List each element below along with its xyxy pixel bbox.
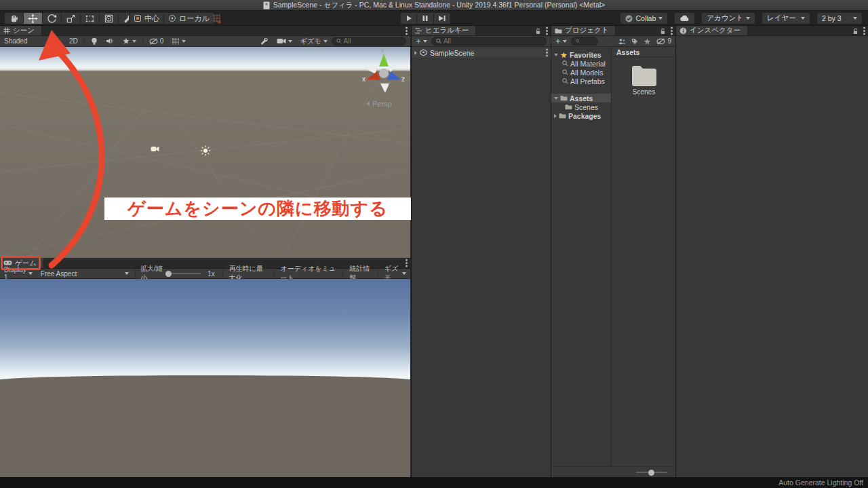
layers-button[interactable]: レイヤー bbox=[762, 12, 810, 24]
layout-label: 2 by 3 bbox=[822, 14, 842, 22]
grid-snap-icon[interactable] bbox=[212, 14, 222, 24]
step-icon bbox=[438, 15, 446, 22]
game-gizmos-dropdown[interactable]: ギズモ bbox=[380, 268, 410, 279]
hierarchy-search-input[interactable] bbox=[443, 37, 542, 45]
scene-camera-dropdown[interactable] bbox=[273, 36, 296, 47]
scale-tool-button[interactable] bbox=[62, 12, 81, 24]
move-tool-button[interactable] bbox=[24, 12, 43, 24]
hierarchy-search[interactable] bbox=[431, 37, 547, 45]
project-visibility-toggle[interactable]: 9 bbox=[654, 36, 675, 47]
favorites-filter-button[interactable] bbox=[641, 36, 654, 47]
scene-panel: シーン Shaded 2D 0 bbox=[0, 26, 410, 258]
foldout-icon[interactable] bbox=[554, 114, 557, 118]
scene-row-menu-icon[interactable] bbox=[546, 52, 548, 54]
camera-gizmo-icon[interactable] bbox=[151, 145, 160, 152]
step-button[interactable] bbox=[434, 12, 451, 24]
light-gizmo-icon[interactable] bbox=[200, 145, 211, 156]
tab-project[interactable]: プロジェクト bbox=[551, 26, 616, 35]
mute-audio-toggle[interactable]: オーディオをミュート bbox=[277, 268, 341, 279]
lock-icon[interactable] bbox=[660, 28, 666, 35]
scene-viewport[interactable]: ​ y x z Persp bbox=[0, 47, 410, 258]
account-button[interactable]: アカウント bbox=[701, 12, 755, 24]
grid-line bbox=[6, 93, 157, 258]
inspector-menu-icon[interactable] bbox=[863, 30, 865, 32]
layout-button[interactable]: 2 by 3 bbox=[816, 12, 863, 24]
tree-item-packages[interactable]: Packages bbox=[551, 111, 611, 120]
projection-label[interactable]: Persp bbox=[372, 100, 392, 108]
collab-label: Collab bbox=[635, 14, 656, 22]
tree-item-favorites[interactable]: Favorites bbox=[551, 50, 611, 59]
scale-slider-knob[interactable] bbox=[165, 271, 172, 277]
type-filter-icon bbox=[618, 38, 626, 45]
stats-toggle[interactable]: 統計情報 bbox=[345, 268, 376, 279]
project-tabbar: プロジェクト bbox=[551, 26, 675, 36]
game-menu-icon[interactable] bbox=[406, 262, 408, 264]
scene-search[interactable] bbox=[332, 37, 406, 45]
scale-slider[interactable] bbox=[167, 273, 201, 274]
axis-gizmo-icon: ​ bbox=[358, 48, 410, 100]
search-by-label-button[interactable] bbox=[629, 36, 641, 47]
maximize-on-play-toggle[interactable]: 再生時に最大化 bbox=[225, 268, 272, 279]
scene-visibility-toggle[interactable]: 0 bbox=[145, 36, 168, 47]
pivot-mode-button[interactable]: 中心 bbox=[129, 12, 164, 24]
foldout-icon[interactable] bbox=[414, 51, 417, 55]
effects-dropdown[interactable] bbox=[118, 36, 140, 47]
shading-dropdown[interactable]: Shaded bbox=[0, 36, 65, 47]
project-search[interactable] bbox=[571, 37, 598, 45]
project-menu-icon[interactable] bbox=[671, 30, 673, 32]
lock-icon[interactable] bbox=[535, 28, 541, 35]
collab-button[interactable]: Collab bbox=[620, 12, 668, 24]
zoom-slider-knob[interactable] bbox=[648, 470, 654, 476]
scene-gizmos-dropdown[interactable]: ギズモ bbox=[296, 36, 332, 47]
snap-group bbox=[212, 12, 222, 24]
grid-line bbox=[155, 88, 292, 258]
axis-y-label[interactable]: y bbox=[381, 47, 384, 53]
game-viewport[interactable] bbox=[0, 279, 410, 477]
pause-button[interactable] bbox=[417, 12, 434, 24]
rect-tool-button[interactable] bbox=[81, 12, 100, 24]
foldout-icon[interactable] bbox=[554, 54, 558, 56]
scene-search-input[interactable] bbox=[344, 37, 402, 45]
project-create-button[interactable]: + bbox=[551, 36, 571, 47]
play-button[interactable] bbox=[400, 12, 417, 24]
lock-icon[interactable] bbox=[852, 28, 859, 35]
tab-hierarchy[interactable]: ヒエラルキー bbox=[412, 26, 476, 35]
orientation-gizmo[interactable]: ​ y x z Persp bbox=[358, 48, 410, 116]
audio-toggle[interactable] bbox=[102, 36, 118, 47]
tree-item-all-material[interactable]: All Material bbox=[551, 59, 611, 68]
tree-item-scenes[interactable]: Scenes bbox=[551, 102, 611, 111]
separator bbox=[84, 37, 85, 45]
transform-icon bbox=[104, 14, 114, 24]
scene-tools-toggle[interactable] bbox=[256, 36, 273, 47]
grid-visibility-dropdown[interactable] bbox=[167, 36, 190, 47]
tab-inspector[interactable]: インスペクター bbox=[676, 26, 748, 35]
project-breadcrumb[interactable]: Assets bbox=[612, 48, 675, 57]
axis-x-label[interactable]: x bbox=[362, 75, 366, 83]
tree-item-all-prefabs[interactable]: All Prefabs bbox=[551, 77, 611, 86]
tree-item-all-models[interactable]: All Models bbox=[551, 68, 611, 77]
grid-item-scenes[interactable]: Scenes bbox=[612, 64, 675, 96]
lighting-status[interactable]: Auto Generate Lighting Off bbox=[778, 478, 863, 487]
project-search-input[interactable] bbox=[582, 37, 593, 45]
star-icon bbox=[644, 38, 651, 45]
search-icon bbox=[562, 60, 568, 67]
rotate-tool-button[interactable] bbox=[43, 12, 62, 24]
scene-menu-icon[interactable] bbox=[406, 30, 408, 32]
axis-z-label[interactable]: z bbox=[401, 75, 405, 83]
cloud-button[interactable] bbox=[674, 12, 695, 24]
tab-scene[interactable]: シーン bbox=[0, 26, 42, 35]
search-by-type-button[interactable] bbox=[616, 36, 629, 47]
lighting-toggle[interactable] bbox=[87, 36, 102, 47]
hand-tool-button[interactable] bbox=[4, 12, 24, 24]
transform-tool-button[interactable] bbox=[100, 12, 119, 24]
tree-item-assets[interactable]: Assets bbox=[551, 94, 611, 102]
hierarchy-create-button[interactable]: + bbox=[412, 36, 431, 47]
2d-toggle[interactable]: 2D bbox=[65, 36, 82, 47]
hierarchy-scene-row[interactable]: SampleScene bbox=[412, 48, 551, 58]
foldout-icon[interactable] bbox=[554, 97, 558, 100]
space-mode-button[interactable]: ローカル bbox=[164, 12, 214, 24]
zoom-slider[interactable] bbox=[636, 472, 667, 473]
aspect-dropdown[interactable]: Free Aspect bbox=[37, 268, 133, 279]
hierarchy-menu-icon[interactable] bbox=[546, 30, 548, 32]
speaker-icon bbox=[106, 37, 114, 45]
